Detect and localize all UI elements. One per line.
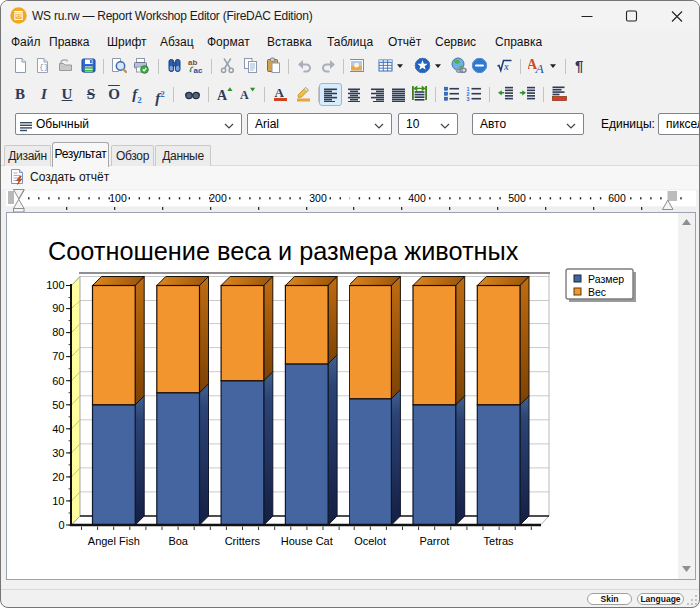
svg-text:Parrot: Parrot [419, 535, 449, 547]
svg-text:80: 80 [52, 326, 64, 338]
svg-text:20: 20 [52, 471, 64, 483]
svg-text:House Cat: House Cat [281, 535, 333, 547]
svg-text:10: 10 [52, 495, 64, 507]
svg-text:30: 30 [52, 447, 64, 459]
svg-text:Размер: Размер [588, 273, 624, 285]
svg-text:90: 90 [52, 303, 64, 314]
svg-text:Соотношение веса и размера жив: Соотношение веса и размера животных [48, 237, 519, 265]
svg-text:0: 0 [58, 519, 64, 531]
svg-text:Angel Fish: Angel Fish [88, 535, 140, 547]
svg-text:70: 70 [52, 350, 64, 362]
svg-text:Boa: Boa [168, 535, 188, 547]
svg-text:Вес: Вес [588, 286, 606, 298]
svg-text:50: 50 [52, 399, 64, 411]
svg-text:Ocelot: Ocelot [354, 535, 386, 547]
svg-text:100: 100 [46, 279, 64, 291]
svg-text:Critters: Critters [225, 535, 261, 547]
svg-text:40: 40 [52, 423, 64, 435]
svg-text:Tetras: Tetras [484, 535, 514, 547]
svg-text:60: 60 [52, 375, 64, 387]
